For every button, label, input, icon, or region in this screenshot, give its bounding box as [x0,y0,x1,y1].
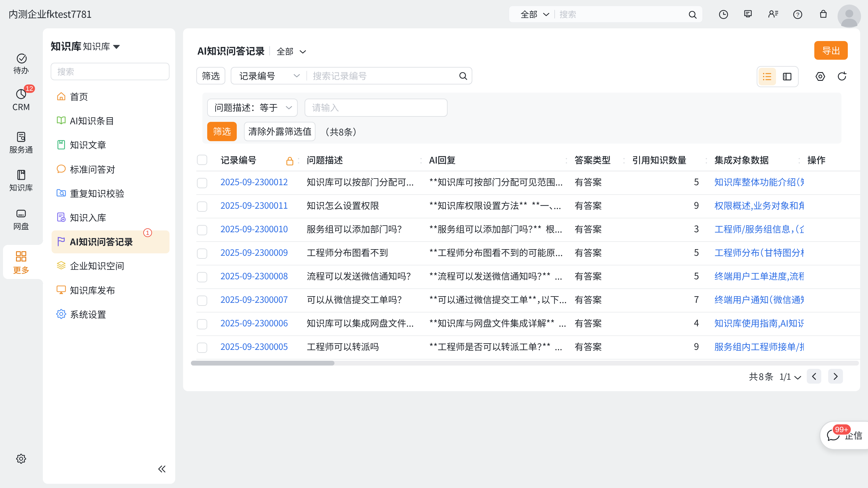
svg-text:?: ? [796,11,800,18]
